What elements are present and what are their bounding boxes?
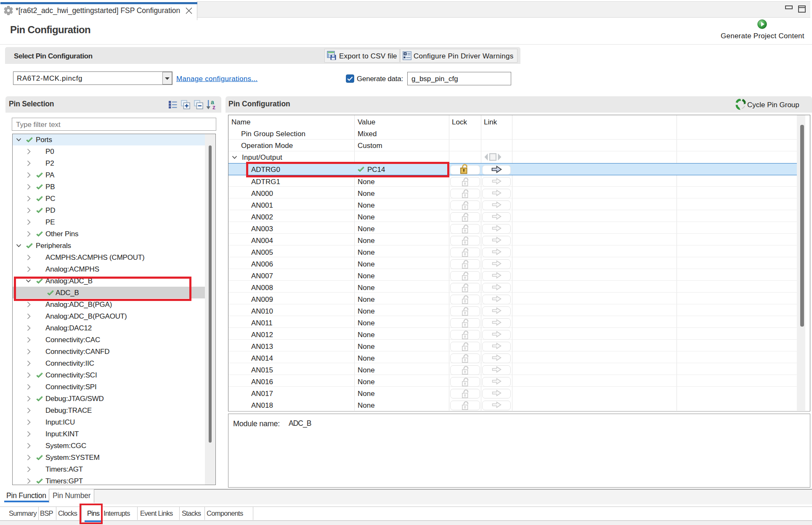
svg-text:z: z — [212, 104, 215, 111]
